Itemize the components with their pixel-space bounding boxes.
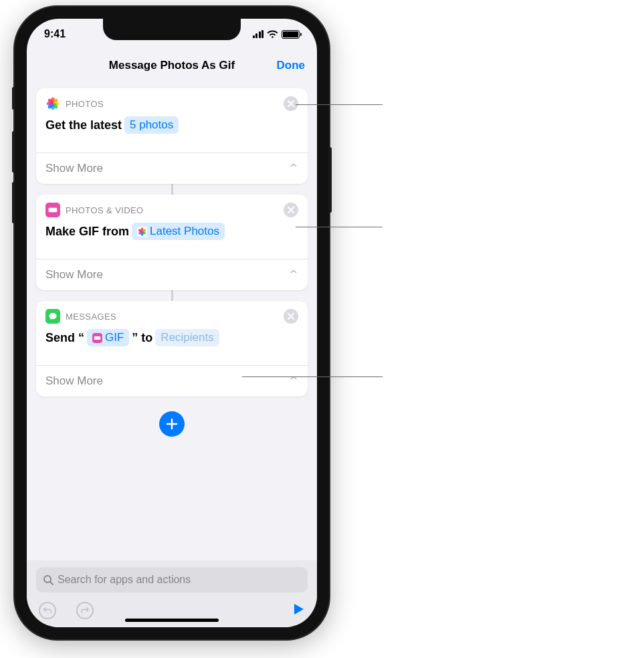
run-button[interactable]	[292, 602, 305, 619]
volume-down[interactable]	[12, 182, 15, 223]
search-placeholder: Search for apps and actions	[58, 574, 191, 586]
action-body: Make GIF from Lates	[36, 219, 308, 249]
svg-line-17	[50, 582, 53, 584]
magic-variable-token[interactable]: GIF	[87, 329, 129, 346]
screen: 9:41 Message Photos As Gif Done	[27, 19, 317, 627]
volume-up[interactable]	[12, 131, 15, 173]
token-text: GIF	[105, 330, 124, 346]
connector-line	[171, 183, 173, 196]
action-card-send-message[interactable]: MESSAGES Send “ GIF ” to Recipients	[36, 301, 308, 397]
delete-action-button[interactable]	[284, 96, 298, 111]
battery-icon	[282, 30, 300, 39]
undo-button[interactable]	[39, 602, 56, 619]
messages-app-icon	[45, 309, 60, 324]
callout-leader-2	[296, 227, 383, 227]
cellular-icon	[253, 30, 264, 38]
close-icon	[288, 313, 294, 320]
action-body: Send “ GIF ” to Recipients	[36, 325, 308, 356]
action-text: Send “	[45, 330, 84, 346]
close-icon	[288, 207, 294, 213]
status-right	[253, 30, 300, 39]
toolbar	[36, 602, 308, 619]
search-icon	[43, 574, 53, 585]
delete-action-button[interactable]	[284, 203, 298, 217]
action-card-make-gif[interactable]: PHOTOS & VIDEO Make GIF from	[36, 195, 308, 290]
action-text: Get the latest	[45, 117, 122, 133]
show-more-button[interactable]: Show More ⌃	[36, 259, 308, 290]
action-text: ” to	[132, 330, 152, 346]
redo-button[interactable]	[76, 602, 94, 619]
show-more-label: Show More	[45, 374, 103, 388]
show-more-button[interactable]: Show More ⌃	[36, 152, 308, 184]
wifi-icon	[267, 30, 278, 38]
navbar: Message Photos As Gif Done	[27, 49, 317, 82]
notch	[103, 19, 241, 40]
undo-icon	[43, 606, 52, 615]
chevron-up-icon: ⌃	[287, 267, 300, 282]
action-text: Make GIF from	[45, 223, 129, 239]
power-button[interactable]	[328, 147, 332, 213]
connector-line	[171, 289, 173, 302]
shortcut-editor: PHOTOS Get the latest 5 photos Show More…	[27, 82, 317, 437]
svg-rect-15	[94, 336, 101, 339]
redo-icon	[80, 606, 90, 615]
magic-variable-token[interactable]: Latest Photos	[132, 223, 225, 240]
photos-app-icon	[45, 96, 60, 111]
phone-frame: 9:41 Message Photos As Gif Done	[15, 7, 329, 639]
plus-icon	[166, 418, 178, 430]
action-body: Get the latest 5 photos	[36, 112, 308, 143]
action-card-photos[interactable]: PHOTOS Get the latest 5 photos Show More…	[36, 88, 308, 184]
token-text: Latest Photos	[150, 223, 219, 239]
action-app-label: MESSAGES	[66, 312, 116, 322]
show-more-label: Show More	[45, 268, 103, 282]
recipients-token[interactable]: Recipients	[155, 329, 219, 346]
action-app-label: PHOTOS	[66, 99, 104, 109]
parameter-token[interactable]: 5 photos	[124, 116, 179, 134]
callout-leader-3	[242, 376, 383, 377]
bottom-panel: Search for apps and actions	[27, 560, 317, 627]
show-more-button[interactable]: Show More ⌃	[36, 365, 308, 397]
play-icon	[292, 602, 305, 616]
mute-switch[interactable]	[12, 87, 15, 110]
photos-video-small-icon	[92, 333, 102, 343]
chevron-up-icon: ⌃	[287, 161, 300, 176]
callout-leader-1	[296, 104, 383, 105]
done-button[interactable]: Done	[277, 59, 306, 72]
action-app-label: PHOTOS & VIDEO	[66, 205, 144, 215]
show-more-label: Show More	[45, 162, 103, 175]
search-input[interactable]: Search for apps and actions	[36, 567, 308, 592]
page-title: Message Photos As Gif	[109, 59, 235, 72]
status-time: 9:41	[44, 28, 66, 40]
close-icon	[288, 100, 294, 107]
add-action-button[interactable]	[159, 411, 185, 437]
svg-rect-8	[49, 208, 58, 212]
home-indicator[interactable]	[125, 619, 219, 622]
photos-video-app-icon	[45, 203, 60, 217]
delete-action-button[interactable]	[284, 309, 298, 324]
photos-small-icon	[137, 227, 147, 237]
